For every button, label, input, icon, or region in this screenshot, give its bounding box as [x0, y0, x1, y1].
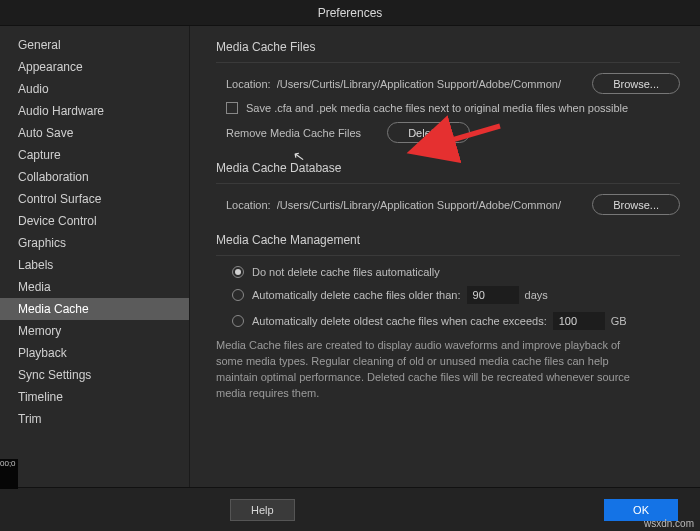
radio-delete-when-exceeds[interactable]: Automatically delete oldest cache files …	[232, 315, 547, 327]
sidebar-label: General	[18, 38, 61, 52]
background-timecode: 00;0	[0, 459, 18, 489]
cache-db-path: /Users/Curtis/Library/Application Suppor…	[277, 199, 586, 211]
sidebar-item-timeline[interactable]: Timeline	[0, 386, 189, 408]
sidebar-item-auto-save[interactable]: Auto Save	[0, 122, 189, 144]
sidebar-label: Audio Hardware	[18, 104, 104, 118]
row-cache-files-location: Location: /Users/Curtis/Library/Applicat…	[216, 73, 680, 94]
radio-dot	[232, 289, 244, 301]
group-title-cache-mgmt: Media Cache Management	[216, 233, 680, 247]
group-media-cache-files: Media Cache Files Location: /Users/Curti…	[216, 40, 680, 143]
sidebar-item-media[interactable]: Media	[0, 276, 189, 298]
days-input[interactable]	[467, 286, 519, 304]
sidebar-item-sync-settings[interactable]: Sync Settings	[0, 364, 189, 386]
sidebar-item-trim[interactable]: Trim	[0, 408, 189, 430]
sidebar-label: Auto Save	[18, 126, 73, 140]
browse-cache-files-button[interactable]: Browse...	[592, 73, 680, 94]
days-unit: days	[525, 289, 548, 301]
sidebar: General Appearance Audio Audio Hardware …	[0, 26, 190, 487]
sidebar-label: Media	[18, 280, 51, 294]
gb-input[interactable]	[553, 312, 605, 330]
sidebar-label: Appearance	[18, 60, 83, 74]
preferences-window: Preferences General Appearance Audio Aud…	[0, 0, 700, 531]
radio-delete-older-than[interactable]: Automatically delete cache files older t…	[232, 289, 461, 301]
help-button[interactable]: Help	[230, 499, 295, 521]
content-pane: Media Cache Files Location: /Users/Curti…	[190, 26, 700, 487]
sidebar-label: Playback	[18, 346, 67, 360]
group-title-cache-files: Media Cache Files	[216, 40, 680, 54]
divider	[216, 62, 680, 63]
sidebar-item-media-cache[interactable]: Media Cache	[0, 298, 189, 320]
sidebar-label: Media Cache	[18, 302, 89, 316]
delete-cache-files-button[interactable]: Delete...	[387, 122, 470, 143]
sidebar-item-capture[interactable]: Capture	[0, 144, 189, 166]
radio-label: Automatically delete oldest cache files …	[252, 315, 547, 327]
radio-label: Automatically delete cache files older t…	[252, 289, 461, 301]
row-save-next-to-originals: Save .cfa and .pek media cache files nex…	[216, 102, 680, 114]
window-title: Preferences	[318, 6, 383, 20]
watermark: wsxdn.com	[644, 518, 694, 529]
sidebar-label: Graphics	[18, 236, 66, 250]
sidebar-item-appearance[interactable]: Appearance	[0, 56, 189, 78]
sidebar-item-device-control[interactable]: Device Control	[0, 210, 189, 232]
save-next-to-originals-checkbox[interactable]: Save .cfa and .pek media cache files nex…	[226, 102, 628, 114]
gb-unit: GB	[611, 315, 627, 327]
sidebar-label: Audio	[18, 82, 49, 96]
timecode-text: 00;0	[0, 459, 16, 468]
titlebar: Preferences	[0, 0, 700, 26]
sidebar-item-graphics[interactable]: Graphics	[0, 232, 189, 254]
browse-cache-db-button[interactable]: Browse...	[592, 194, 680, 215]
sidebar-label: Sync Settings	[18, 368, 91, 382]
row-cache-db-location: Location: /Users/Curtis/Library/Applicat…	[216, 194, 680, 215]
sidebar-label: Labels	[18, 258, 53, 272]
cache-files-path: /Users/Curtis/Library/Application Suppor…	[277, 78, 586, 90]
checkbox-label: Save .cfa and .pek media cache files nex…	[246, 102, 628, 114]
sidebar-label: Device Control	[18, 214, 97, 228]
location-label: Location:	[226, 78, 271, 90]
remove-cache-label: Remove Media Cache Files	[226, 127, 361, 139]
sidebar-item-memory[interactable]: Memory	[0, 320, 189, 342]
row-opt-size: Automatically delete oldest cache files …	[216, 312, 680, 330]
dialog-body: General Appearance Audio Audio Hardware …	[0, 26, 700, 487]
group-title-cache-db: Media Cache Database	[216, 161, 680, 175]
row-remove-cache-files: Remove Media Cache Files Delete...	[216, 122, 680, 143]
sidebar-item-control-surface[interactable]: Control Surface	[0, 188, 189, 210]
radio-dot	[232, 266, 244, 278]
divider	[216, 255, 680, 256]
footer: Help OK	[0, 487, 700, 531]
sidebar-label: Collaboration	[18, 170, 89, 184]
divider	[216, 183, 680, 184]
sidebar-item-collaboration[interactable]: Collaboration	[0, 166, 189, 188]
sidebar-label: Trim	[18, 412, 42, 426]
radio-do-not-delete[interactable]: Do not delete cache files automatically	[232, 266, 440, 278]
radio-label: Do not delete cache files automatically	[252, 266, 440, 278]
sidebar-label: Control Surface	[18, 192, 101, 206]
group-media-cache-database: Media Cache Database Location: /Users/Cu…	[216, 161, 680, 215]
checkbox-box	[226, 102, 238, 114]
group-media-cache-management: Media Cache Management Do not delete cac…	[216, 233, 680, 402]
sidebar-label: Timeline	[18, 390, 63, 404]
sidebar-label: Memory	[18, 324, 61, 338]
row-opt-older: Automatically delete cache files older t…	[216, 286, 680, 304]
radio-dot	[232, 315, 244, 327]
sidebar-item-labels[interactable]: Labels	[0, 254, 189, 276]
sidebar-item-audio-hardware[interactable]: Audio Hardware	[0, 100, 189, 122]
sidebar-item-audio[interactable]: Audio	[0, 78, 189, 100]
sidebar-item-general[interactable]: General	[0, 34, 189, 56]
cache-mgmt-description: Media Cache files are created to display…	[216, 338, 646, 402]
sidebar-label: Capture	[18, 148, 61, 162]
sidebar-item-playback[interactable]: Playback	[0, 342, 189, 364]
location-label: Location:	[226, 199, 271, 211]
row-opt-none: Do not delete cache files automatically	[216, 266, 680, 278]
